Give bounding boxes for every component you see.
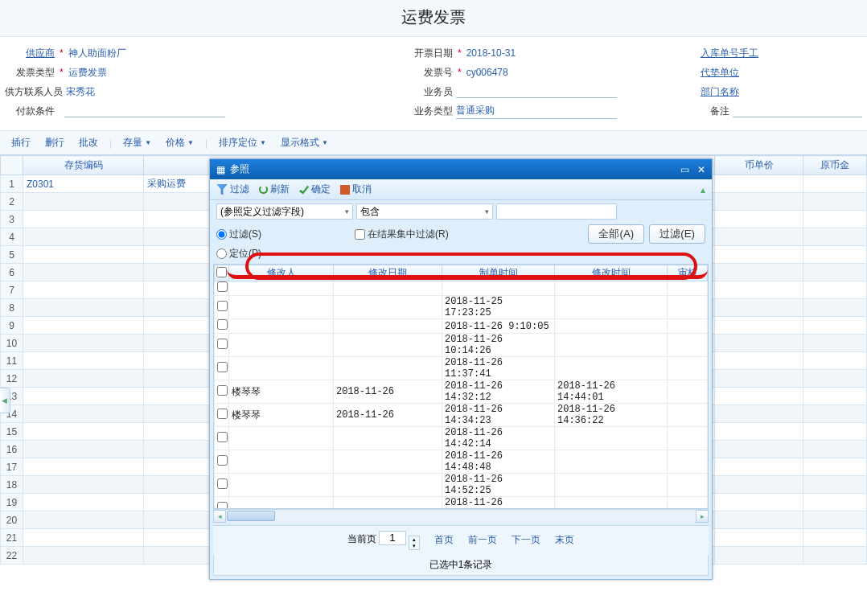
pager-current-input[interactable] bbox=[379, 531, 406, 545]
minimize-button[interactable]: ▭ bbox=[680, 164, 689, 175]
table-row[interactable]: 楼琴琴2018-11-262018-11-26 14:32:122018-11-… bbox=[215, 380, 708, 404]
table-row[interactable]: 2018-11-25 17:23:25 bbox=[215, 296, 708, 319]
dialog-titlebar[interactable]: ▦ 参照 ▭ ✕ bbox=[210, 159, 712, 179]
pager-last[interactable]: 末页 bbox=[555, 533, 574, 547]
tool-batch[interactable]: 批改 bbox=[74, 134, 103, 151]
separator-icon: | bbox=[205, 138, 208, 149]
close-button[interactable]: ✕ bbox=[697, 164, 705, 175]
invoice-no-value[interactable]: cy006478 bbox=[466, 67, 508, 78]
pager-prev[interactable]: 前一页 bbox=[468, 533, 497, 547]
biztype-value[interactable]: 普通采购 bbox=[456, 104, 617, 119]
proxy-unit-label[interactable]: 代垫单位 bbox=[701, 66, 739, 80]
app-icon: ▦ bbox=[216, 164, 225, 175]
table-row[interactable]: 2018-11-26 14:52:25 bbox=[215, 474, 708, 497]
radio-filter[interactable]: 过滤(S) bbox=[216, 228, 261, 241]
tb-refresh[interactable]: 刷新 bbox=[259, 183, 290, 196]
col-check[interactable] bbox=[215, 265, 229, 281]
contact-value[interactable]: 宋秀花 bbox=[66, 85, 95, 99]
chk-inresult[interactable]: 在结果集中过滤(R) bbox=[355, 228, 449, 241]
collapse-toggle[interactable]: ▴ bbox=[701, 184, 705, 195]
row-checkbox[interactable] bbox=[217, 319, 228, 330]
pager-next[interactable]: 下一页 bbox=[512, 533, 540, 547]
scroll-thumb[interactable] bbox=[227, 511, 275, 521]
table-row[interactable]: 2018-11-26 16:20:09 bbox=[215, 497, 708, 509]
row-checkbox[interactable] bbox=[217, 362, 228, 372]
col-orig[interactable]: 原币金 bbox=[803, 156, 867, 175]
row-checkbox[interactable] bbox=[217, 339, 228, 349]
row-checkbox[interactable] bbox=[217, 432, 228, 442]
separator-icon: | bbox=[109, 138, 112, 149]
filter-field-select[interactable]: (参照定义过滤字段) bbox=[216, 203, 353, 220]
pager-stepper[interactable]: ▴▾ bbox=[409, 536, 420, 550]
filter-value-input[interactable] bbox=[496, 203, 617, 220]
supplier-value[interactable]: 神人助面粉厂 bbox=[68, 47, 126, 60]
bizman-label: 业务员 bbox=[403, 85, 453, 99]
row-checkbox[interactable] bbox=[217, 455, 228, 466]
filter-controls: (参照定义过滤字段) 包含 bbox=[210, 200, 712, 223]
tool-sort[interactable]: 排序定位▼ bbox=[214, 134, 271, 151]
col-modifier[interactable]: 修改人 bbox=[229, 265, 334, 281]
row-checkbox[interactable] bbox=[217, 385, 228, 396]
row-checkbox[interactable] bbox=[217, 281, 228, 292]
tb-cancel[interactable]: 取消 bbox=[340, 183, 372, 196]
reference-dialog: ▦ 参照 ▭ ✕ 过滤 刷新 确定 取消 ▴ (参照定义过滤字段) 包含 过滤(… bbox=[209, 158, 713, 580]
tb-filter[interactable]: 过滤 bbox=[216, 183, 249, 196]
chevron-down-icon: ▼ bbox=[187, 139, 194, 146]
payterm-value[interactable] bbox=[64, 105, 225, 117]
row-checkbox[interactable] bbox=[217, 502, 228, 509]
table-row[interactable]: 2018-11-26 9:10:05 bbox=[215, 319, 708, 334]
row-checkbox[interactable] bbox=[217, 409, 228, 419]
table-row[interactable]: 2018-11-26 14:48:48 bbox=[215, 450, 708, 474]
col-rownum[interactable] bbox=[1, 156, 23, 175]
col-code[interactable]: 存货编码 bbox=[23, 156, 144, 175]
dept-label[interactable]: 部门名称 bbox=[701, 85, 739, 99]
col-unitprice[interactable]: 币单价 bbox=[715, 156, 803, 175]
filter-op-select[interactable]: 包含 bbox=[356, 203, 493, 220]
grid-toolbar: 插行 删行 批改 | 存量▼ 价格▼ | 排序定位▼ 显示格式▼ bbox=[0, 131, 867, 155]
col-moddate[interactable]: 修改日期 bbox=[334, 265, 442, 281]
row-checkbox[interactable] bbox=[217, 478, 228, 489]
chevron-down-icon: ▼ bbox=[145, 139, 151, 146]
table-row[interactable]: 2018-11-26 10:14:26 bbox=[215, 334, 708, 357]
tool-price[interactable]: 价格▼ bbox=[161, 134, 199, 151]
tool-delete[interactable]: 删行 bbox=[40, 134, 69, 151]
dialog-toolbar: 过滤 刷新 确定 取消 ▴ bbox=[210, 179, 712, 200]
ok-icon bbox=[299, 185, 309, 195]
scroll-left-icon[interactable]: ◂ bbox=[213, 510, 226, 523]
receipt-no-label[interactable]: 入库单号手工 bbox=[701, 47, 758, 60]
tool-stock[interactable]: 存量▼ bbox=[118, 134, 156, 151]
contact-label: 供方联系人员 bbox=[5, 85, 63, 99]
bizman-value[interactable] bbox=[456, 85, 617, 98]
supplier-label[interactable]: 供应商 bbox=[5, 47, 55, 60]
pager-cur-label: 当前页 bbox=[347, 532, 376, 544]
pager-first[interactable]: 首页 bbox=[434, 533, 454, 547]
filter-icon bbox=[216, 184, 228, 195]
table-row[interactable] bbox=[215, 281, 708, 296]
remark-label: 备注 bbox=[701, 105, 729, 118]
row-checkbox[interactable] bbox=[217, 301, 228, 311]
tool-insert[interactable]: 插行 bbox=[6, 134, 35, 151]
form-area: 供应商 * 神人助面粉厂 开票日期 * 2018-10-31 入库单号手工 发票… bbox=[0, 37, 867, 131]
tool-view[interactable]: 显示格式▼ bbox=[276, 134, 333, 151]
invoice-date-value[interactable]: 2018-10-31 bbox=[466, 47, 516, 59]
chevron-down-icon: ▼ bbox=[322, 139, 328, 146]
col-create[interactable]: 制单时间 bbox=[442, 265, 555, 281]
remark-value[interactable] bbox=[733, 105, 862, 117]
invoice-type-value[interactable]: 运费发票 bbox=[68, 66, 107, 80]
step-down-icon: ▾ bbox=[409, 543, 419, 549]
h-scrollbar[interactable]: ◂ ▸ bbox=[213, 509, 709, 522]
btn-all[interactable]: 全部(A) bbox=[588, 224, 644, 244]
table-row[interactable]: 2018-11-26 14:42:14 bbox=[215, 427, 708, 450]
tb-ok[interactable]: 确定 bbox=[299, 183, 331, 196]
refresh-icon bbox=[259, 185, 268, 194]
expand-left-handle[interactable]: ◀ bbox=[0, 388, 10, 413]
col-modtime[interactable]: 修改时间 bbox=[555, 265, 668, 281]
payterm-label: 付款条件 bbox=[5, 105, 55, 118]
invoice-no-label: 发票号 bbox=[403, 66, 453, 80]
scroll-right-icon[interactable]: ▸ bbox=[696, 510, 709, 523]
table-row[interactable]: 2018-11-26 11:37:41 bbox=[215, 357, 708, 380]
btn-filter[interactable]: 过滤(E) bbox=[649, 224, 705, 244]
table-row[interactable]: 楼琴琴2018-11-262018-11-26 14:34:232018-11-… bbox=[215, 404, 708, 427]
radio-locate[interactable]: 定位(P) bbox=[216, 247, 261, 261]
col-audit[interactable]: 审核 bbox=[668, 265, 708, 281]
